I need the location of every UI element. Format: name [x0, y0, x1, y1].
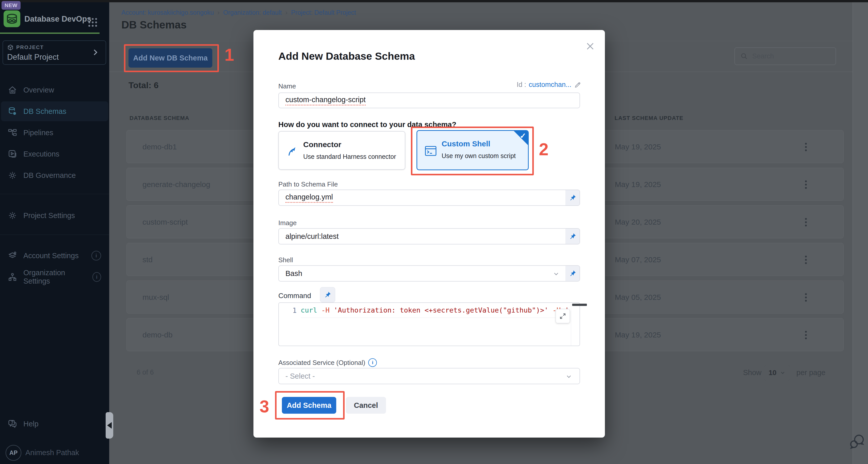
user-name: Animesh Pathak	[25, 448, 79, 457]
sidebar-item-label: DB Governance	[23, 171, 76, 180]
path-input[interactable]: changelog.yml	[278, 190, 580, 206]
per-page-label: per page	[796, 369, 826, 377]
chevron-down-icon	[565, 373, 572, 380]
close-icon[interactable]	[585, 41, 595, 51]
command-pin-button[interactable]	[320, 287, 335, 302]
schema-name: mux-sql	[143, 293, 169, 301]
row-menu-icon[interactable]	[800, 291, 812, 303]
db-schema-icon	[8, 107, 17, 116]
column-header-database-schema: DATABASE SCHEMA	[129, 115, 189, 121]
row-menu-icon[interactable]	[800, 141, 812, 153]
sidebar-item-help[interactable]: Help	[1, 414, 108, 434]
home-icon	[8, 85, 17, 95]
id-prefix: Id :	[517, 81, 526, 89]
page-size-select[interactable]: 10	[765, 365, 790, 381]
edit-pencil-icon[interactable]	[574, 81, 582, 89]
breadcrumb-account[interactable]: Account: kurosakiichigo.songoku	[121, 9, 214, 16]
pin-toggle[interactable]	[565, 266, 580, 281]
search-placeholder: Search	[752, 52, 774, 60]
sidebar-item-organization-settings[interactable]: Organization Settings i	[1, 267, 108, 287]
sidebar-item-db-governance[interactable]: DB Governance	[1, 166, 108, 185]
schema-updated: May 20, 2025	[615, 218, 661, 226]
sidebar-item-db-schemas[interactable]: DB Schemas	[1, 102, 108, 121]
breadcrumb-organization[interactable]: Organization: default	[223, 9, 282, 16]
user-avatar[interactable]: AP	[6, 445, 21, 461]
sidebar-item-label: Project Settings	[23, 211, 75, 220]
row-menu-icon[interactable]	[800, 216, 812, 228]
schema-name: custom-script	[143, 218, 188, 226]
support-chat-icon[interactable]	[848, 433, 866, 450]
executions-icon	[8, 149, 17, 159]
row-menu-icon[interactable]	[800, 329, 812, 341]
chevron-right-icon	[91, 48, 99, 57]
sidebar-item-account-settings[interactable]: Account Settings i	[1, 246, 108, 265]
schema-updated: May 19, 2025	[615, 143, 661, 151]
sidebar-item-pipelines[interactable]: Pipelines	[1, 123, 108, 143]
associated-service-select[interactable]: - Select -	[278, 368, 580, 384]
chevron-separator: ›	[217, 9, 220, 17]
pin-icon	[569, 233, 577, 240]
name-value: custom-changelog-script	[285, 95, 366, 106]
add-button-label: Add New DB Schema	[133, 54, 208, 62]
search-input[interactable]: Search	[735, 47, 836, 65]
gear-icon	[8, 171, 17, 180]
image-input[interactable]: alpine/curl:latest	[278, 228, 580, 244]
associated-service-row: Associated Service (Optional) i	[278, 358, 377, 367]
add-database-schema-modal: Add New Database Schema Name Id : custom…	[253, 30, 605, 438]
info-icon[interactable]: i	[368, 358, 377, 367]
id-value[interactable]: customchan...	[529, 81, 571, 89]
line-number: 1	[286, 307, 297, 314]
connect-question: How do you want to connect to your data …	[278, 120, 456, 129]
code-token: curl	[301, 306, 317, 314]
database-devops-logo	[4, 10, 20, 27]
connector-option-card[interactable]: Connector Use standard Harness connector	[278, 131, 405, 170]
sidebar-item-project-settings[interactable]: Project Settings	[1, 206, 108, 225]
product-title: Database DevOps	[24, 14, 91, 24]
path-label: Path to Schema File	[278, 180, 338, 188]
module-grid-icon[interactable]	[87, 17, 98, 28]
row-menu-icon[interactable]	[800, 254, 812, 266]
schema-updated: May 07, 2025	[615, 255, 661, 264]
cube-icon	[7, 44, 14, 52]
add-schema-button[interactable]: Add Schema	[282, 397, 336, 414]
schema-updated: May 05, 2025	[615, 293, 661, 301]
sidebar-collapse-handle[interactable]	[106, 412, 113, 439]
pin-toggle[interactable]	[565, 190, 580, 205]
gear-icon	[8, 211, 17, 220]
show-label: Show	[743, 369, 762, 377]
add-new-db-schema-button[interactable]: Add New DB Schema	[128, 48, 212, 67]
sidebar-item-executions[interactable]: Executions	[1, 144, 108, 164]
schema-name: demo-db	[143, 330, 173, 339]
code-token: 'Authorization: token <+secrets.getValue…	[334, 306, 548, 314]
project-name: Default Project	[7, 53, 59, 62]
custom-shell-option-card[interactable]: ✓ Custom Shell Use my own custom script	[416, 130, 529, 170]
schema-updated: May 19, 2025	[615, 330, 661, 339]
command-code-editor[interactable]: 1 curl -H 'Authorization: token <+secret…	[278, 302, 580, 346]
editor-scrollbar[interactable]	[572, 304, 587, 306]
check-icon: ✓	[520, 132, 526, 140]
annotation-number-1: 1	[224, 45, 234, 64]
pin-icon	[324, 291, 332, 298]
breadcrumb: Account: kurosakiichigo.songoku › Organi…	[121, 9, 356, 17]
annotation-number-2: 2	[539, 139, 549, 159]
breadcrumb-project[interactable]: Project: Default Project	[291, 9, 356, 16]
info-icon: i	[91, 251, 101, 260]
column-header-last-schema-update: LAST SCHEMA UPDATE	[615, 115, 683, 121]
option-subtitle: Use my own custom script	[442, 152, 516, 160]
expand-editor-button[interactable]	[556, 309, 570, 323]
schema-name: std	[143, 255, 153, 264]
cancel-button[interactable]: Cancel	[346, 397, 386, 414]
shell-value: Bash	[285, 269, 302, 278]
code-line: curl -H 'Authorization: token <+secrets.…	[301, 303, 568, 318]
page-scrollbar[interactable]	[852, 2, 868, 464]
total-count: Total: 6	[128, 80, 158, 90]
sidebar-item-overview[interactable]: Overview	[1, 80, 108, 100]
row-menu-icon[interactable]	[800, 178, 812, 191]
associated-service-label: Associated Service (Optional)	[278, 359, 365, 367]
shell-label: Shell	[278, 256, 293, 264]
option-title: Connector	[303, 140, 341, 149]
shell-select[interactable]: Bash	[278, 265, 580, 282]
name-input[interactable]: custom-changelog-script	[278, 92, 580, 108]
pin-toggle[interactable]	[565, 229, 580, 244]
page-title: DB Schemas	[121, 19, 187, 31]
